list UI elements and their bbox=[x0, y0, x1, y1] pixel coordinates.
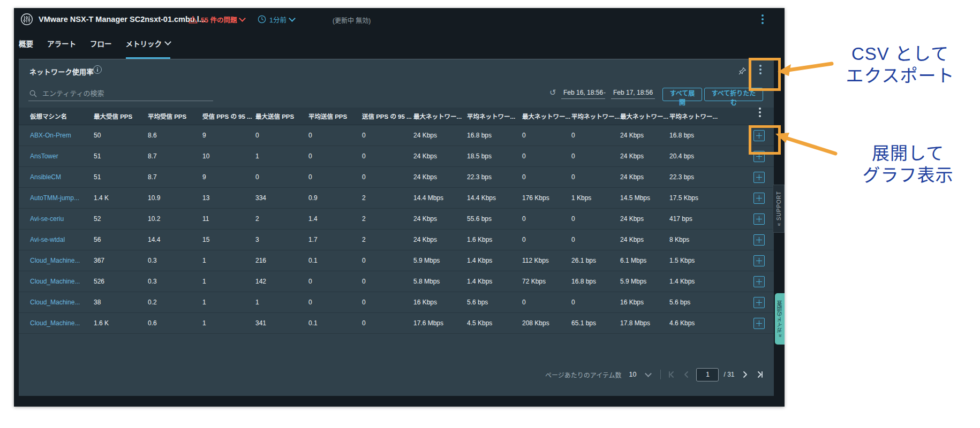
vm-name-link[interactable]: Cloud_Machine... bbox=[30, 278, 94, 285]
expand-row-button[interactable] bbox=[753, 213, 765, 225]
previous-page-button[interactable] bbox=[682, 370, 691, 379]
tab-overview[interactable]: 概要 bbox=[19, 38, 33, 59]
header-kebab-menu[interactable] bbox=[762, 18, 764, 20]
metric-value: 0 bbox=[308, 278, 362, 285]
metric-value: 38 bbox=[94, 299, 148, 306]
metric-value: 216 bbox=[255, 257, 308, 264]
column-header[interactable]: 平均ネットワー... bbox=[467, 112, 522, 120]
chevron-down-icon[interactable] bbox=[645, 370, 652, 377]
vm-name-link[interactable]: AnsibleCM bbox=[30, 173, 94, 181]
metric-value: 1.5 Kbps bbox=[669, 257, 735, 264]
annotation-box-expand bbox=[749, 125, 781, 155]
tab-metrics[interactable]: メトリック bbox=[126, 38, 171, 59]
metric-value: 17.8 Mbps bbox=[620, 319, 669, 327]
metric-value: 0 bbox=[308, 132, 362, 139]
metric-value: 16.8 bps bbox=[467, 132, 522, 139]
metric-value: 18.5 bps bbox=[467, 152, 522, 160]
total-pages: / 31 bbox=[723, 371, 734, 378]
column-header[interactable]: 平均送信 PPS bbox=[308, 112, 362, 120]
metric-value: 2 bbox=[362, 194, 413, 202]
metric-value: 24 Kbps bbox=[620, 132, 669, 139]
vm-name-link[interactable]: Cloud_Machine... bbox=[30, 257, 94, 264]
date-to-field[interactable]: Feb 17, 18:56 bbox=[611, 89, 655, 99]
clock-icon bbox=[258, 15, 266, 24]
table-row: AutoTMM-jump...1.4 K10.9133340.9214.4 Mb… bbox=[19, 188, 774, 209]
metric-value: 0 bbox=[255, 132, 308, 139]
metric-value: 14.5 Mbps bbox=[620, 194, 669, 202]
expand-row-button[interactable] bbox=[753, 193, 765, 204]
column-header[interactable]: 受信 PPS の 95 ... bbox=[202, 112, 255, 120]
expand-row-button[interactable] bbox=[753, 297, 765, 308]
metrics-table-body: ABX-On-Prem508.6900024 Kbps16.8 bps0024 … bbox=[19, 125, 774, 334]
metric-value: 1.4 K bbox=[94, 194, 148, 202]
support-tab[interactable]: « SUPPORT bbox=[773, 185, 785, 233]
expand-row-button[interactable] bbox=[753, 276, 765, 287]
metric-value: 8.6 bbox=[148, 132, 202, 139]
vm-name-link[interactable]: AnsTower bbox=[30, 152, 94, 160]
items-per-page-value[interactable]: 10 bbox=[629, 371, 637, 378]
vm-name-link[interactable]: ABX-On-Prem bbox=[30, 132, 94, 139]
column-header[interactable]: 平均受信 PPS bbox=[148, 112, 202, 120]
metric-value: 341 bbox=[255, 319, 308, 327]
column-header[interactable]: 仮想マシン名 bbox=[30, 112, 94, 120]
expand-row-button[interactable] bbox=[753, 172, 765, 183]
vm-name-link[interactable]: Cloud_Machine... bbox=[30, 319, 94, 327]
metric-value: 14.4 Kbps bbox=[467, 194, 522, 202]
vm-name-link[interactable]: Avi-se-wtdal bbox=[30, 236, 94, 243]
pin-icon[interactable] bbox=[737, 66, 747, 76]
column-header[interactable]: 平均ネットワー... bbox=[571, 112, 620, 120]
time-range-icon: ↺ bbox=[549, 88, 556, 97]
column-options-kebab[interactable] bbox=[759, 111, 761, 113]
date-from-field[interactable]: Feb 16, 18:56 bbox=[561, 89, 605, 99]
expand-row-button[interactable] bbox=[753, 318, 765, 329]
table-row: Cloud_Machine...3670.312160.105.9 Mbps1.… bbox=[19, 250, 774, 271]
vm-name-link[interactable]: AutoTMM-jump... bbox=[30, 194, 94, 202]
widget-title: ネットワーク使用率 bbox=[29, 66, 94, 77]
metric-value: 24 Kbps bbox=[620, 173, 669, 181]
metric-value: 5.9 Mbps bbox=[620, 278, 669, 285]
expand-row-button[interactable] bbox=[753, 234, 765, 246]
last-page-button[interactable] bbox=[756, 370, 764, 379]
column-header[interactable]: 最大ネットワー... bbox=[620, 112, 669, 120]
page-number-input[interactable] bbox=[696, 368, 719, 381]
expand-all-button[interactable]: すべて展開 bbox=[662, 88, 702, 101]
metric-value: 5.6 bps bbox=[467, 299, 522, 306]
entity-search bbox=[28, 87, 213, 101]
metric-value: 0 bbox=[362, 319, 413, 327]
divider bbox=[660, 370, 661, 379]
metric-value: 55.6 bps bbox=[467, 215, 522, 223]
search-input[interactable] bbox=[28, 87, 213, 101]
metric-value: 367 bbox=[94, 257, 148, 264]
next-page-button[interactable] bbox=[741, 370, 749, 379]
expand-row-button[interactable] bbox=[753, 255, 765, 266]
metric-value: 10.2 bbox=[148, 215, 202, 223]
refresh-dropdown[interactable]: 1分前 bbox=[258, 8, 295, 30]
vm-name-link[interactable]: Cloud_Machine... bbox=[30, 299, 94, 306]
column-header[interactable]: 最大受信 PPS bbox=[94, 112, 148, 120]
first-page-button[interactable] bbox=[667, 370, 676, 379]
metric-value: 24 Kbps bbox=[620, 152, 669, 160]
metric-value: 1 bbox=[202, 257, 255, 264]
problems-dropdown[interactable]: 55 件の問題 bbox=[189, 8, 245, 30]
annotation-text-export: CSV として エクスポート bbox=[833, 43, 967, 87]
problems-count: 55 件の問題 bbox=[201, 14, 237, 25]
refresh-note: (更新中 無効) bbox=[333, 16, 371, 25]
metric-value: 13 bbox=[202, 194, 255, 202]
metric-value: 1.6 K bbox=[94, 319, 148, 327]
metric-value: 0 bbox=[522, 173, 571, 181]
guide-tab[interactable]: « ガイドの調査 bbox=[775, 293, 785, 345]
column-header[interactable]: 最大ネットワー... bbox=[413, 112, 467, 120]
column-header[interactable]: 平均ネットワー... bbox=[669, 112, 735, 120]
column-header[interactable]: 最大送信 PPS bbox=[255, 112, 308, 120]
metric-value: 0.6 bbox=[148, 319, 202, 327]
metric-value: 0.3 bbox=[148, 278, 202, 285]
tab-alerts[interactable]: アラート bbox=[47, 38, 76, 59]
metric-value: 1.4 Kbps bbox=[467, 278, 522, 285]
tab-flows[interactable]: フロー bbox=[90, 38, 112, 59]
metric-value: 0 bbox=[308, 173, 362, 181]
column-header[interactable]: 最大ネットワー... bbox=[522, 112, 571, 120]
vm-name-link[interactable]: Avi-se-ceriu bbox=[30, 215, 94, 223]
column-header[interactable]: 送信 PPS の 95 ... bbox=[362, 112, 413, 120]
chevron-down-icon bbox=[164, 39, 171, 45]
info-icon[interactable] bbox=[93, 65, 102, 74]
